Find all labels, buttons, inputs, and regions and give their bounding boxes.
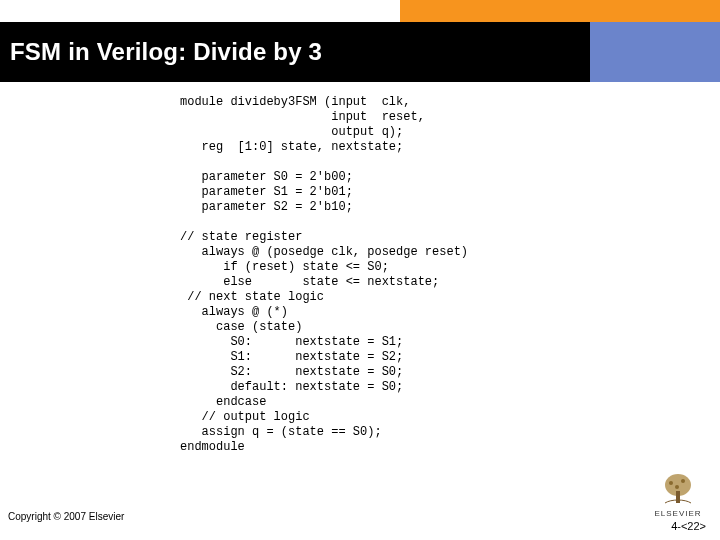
header-band-black: FSM in Verilog: Divide by 3 [0, 22, 590, 82]
page-number: 4-<22> [671, 520, 706, 532]
publisher-logo: ELSEVIER [650, 471, 706, 518]
code-block: module divideby3FSM (input clk, input re… [180, 95, 468, 455]
svg-rect-1 [676, 491, 680, 503]
page-title: FSM in Verilog: Divide by 3 [10, 38, 322, 66]
tree-icon [657, 471, 699, 507]
publisher-name: ELSEVIER [650, 509, 706, 518]
svg-point-4 [675, 485, 679, 489]
header-accent-orange [400, 0, 720, 22]
copyright-text: Copyright © 2007 Elsevier [8, 511, 124, 522]
svg-point-3 [681, 479, 685, 483]
svg-point-2 [669, 481, 673, 485]
slide: FSM in Verilog: Divide by 3 module divid… [0, 0, 720, 540]
